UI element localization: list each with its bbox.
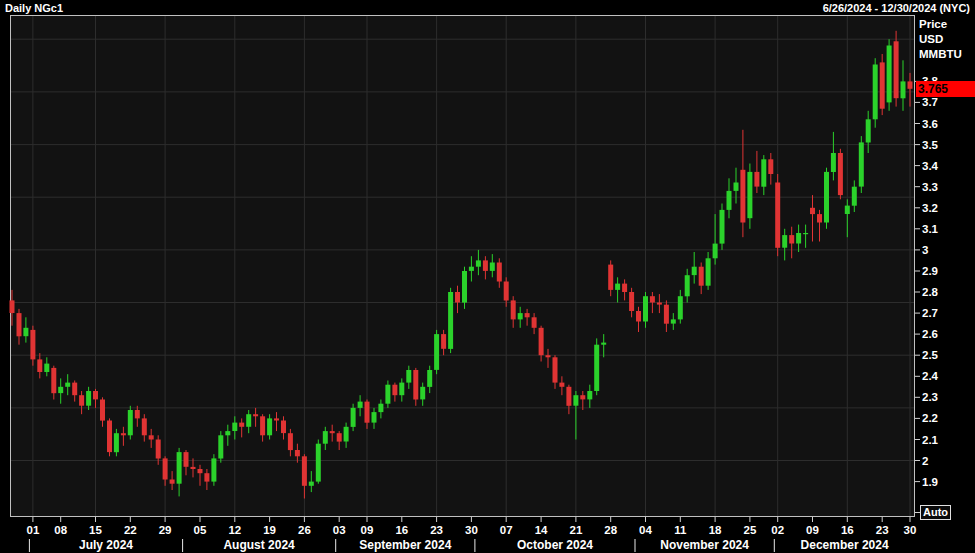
candle-body <box>37 359 42 372</box>
month-label: November 2024 <box>660 538 749 552</box>
day-tick-label: 21 <box>570 524 583 536</box>
candle-body <box>399 383 404 396</box>
day-tick-label: 03 <box>333 524 346 536</box>
candle-body <box>573 395 578 406</box>
candle-body <box>163 458 168 479</box>
candle-body <box>211 458 216 481</box>
candle-body <box>699 267 704 286</box>
candle-body <box>629 292 634 311</box>
candle-body <box>880 62 885 108</box>
last-price-badge: 3.765 <box>916 81 975 97</box>
candle-body <box>789 235 794 243</box>
unit-line-price: Price <box>919 17 962 32</box>
candle-body <box>587 391 592 399</box>
price-tick-label: 3.5 <box>922 139 939 151</box>
price-tick-label: 3.3 <box>922 181 938 193</box>
candle-body <box>845 206 850 214</box>
candle-body <box>782 235 787 248</box>
candle-body <box>288 433 293 450</box>
candle-body <box>720 210 725 244</box>
candle-body <box>740 170 745 223</box>
candle-body <box>198 469 203 473</box>
candle-body <box>476 260 481 266</box>
day-tick-label: 16 <box>395 524 408 536</box>
candle-body <box>302 456 307 486</box>
month-label: December 2024 <box>801 538 889 552</box>
candle-body <box>156 440 161 459</box>
candle-body <box>128 410 133 435</box>
candle-body <box>434 334 439 370</box>
price-tick-label: 2.3 <box>922 391 938 403</box>
month-label: October 2024 <box>517 538 593 552</box>
candle-body <box>546 355 551 357</box>
price-tick-label: 2.6 <box>922 328 938 340</box>
candle-body <box>768 159 773 174</box>
candle-body <box>17 313 22 336</box>
day-tick-label: 28 <box>604 524 617 536</box>
candle-body <box>636 311 641 322</box>
candle-body <box>281 421 286 434</box>
day-tick-label: 09 <box>361 524 374 536</box>
month-label: August 2024 <box>223 538 295 552</box>
day-tick-label: 26 <box>298 524 311 536</box>
candle-body <box>580 395 585 399</box>
price-tick-label: 3.6 <box>922 118 938 130</box>
price-tick-label: 2.4 <box>922 370 939 382</box>
candle-body <box>51 368 56 393</box>
candle-body <box>260 416 265 435</box>
day-tick-label: 04 <box>639 524 652 536</box>
candle-body <box>866 119 871 142</box>
candle-body <box>622 284 627 292</box>
candle-body <box>239 423 244 427</box>
candle-body <box>497 263 502 282</box>
auto-scale-button[interactable]: Auto <box>920 505 951 520</box>
candle-body <box>218 435 223 458</box>
candle-body <box>420 387 425 400</box>
candle-body <box>754 172 759 187</box>
candlestick-chart[interactable]: 3.83.73.63.53.43.33.23.132.92.82.72.62.5… <box>0 0 975 553</box>
day-tick-label: 05 <box>194 524 207 536</box>
candle-body <box>664 305 669 324</box>
price-tick-label: 3.1 <box>922 223 939 235</box>
candle-body <box>608 265 613 290</box>
day-tick-label: 23 <box>876 524 889 536</box>
candle-body <box>887 46 892 103</box>
price-tick-label: 2.2 <box>922 412 938 424</box>
day-tick-label: 08 <box>54 524 67 536</box>
candle-body <box>114 433 119 452</box>
candle-body <box>365 402 370 423</box>
candle-body <box>44 364 49 372</box>
candle-body <box>852 187 857 206</box>
day-tick-label: 18 <box>709 524 722 536</box>
candle-body <box>559 383 564 387</box>
candle-body <box>392 385 397 396</box>
candle-body <box>204 473 209 481</box>
candle-body <box>406 370 411 383</box>
candle-body <box>490 263 495 271</box>
candle-body <box>615 284 620 290</box>
candle-body <box>455 292 460 303</box>
price-tick-label: 3.7 <box>922 96 938 108</box>
candle-body <box>643 296 648 321</box>
day-tick-label: 30 <box>904 524 917 536</box>
candle-body <box>796 233 801 244</box>
candle-body <box>79 395 84 406</box>
candle-body <box>100 400 105 421</box>
price-tick-label: 2.5 <box>922 349 939 361</box>
candle-body <box>747 172 752 218</box>
candle-body <box>650 296 655 302</box>
day-tick-label: 25 <box>744 524 757 536</box>
candle-body <box>803 233 808 234</box>
candle-body <box>532 317 537 328</box>
candle-body <box>831 153 836 172</box>
candle-body <box>323 431 328 444</box>
day-tick-label: 15 <box>89 524 102 536</box>
candle-body <box>309 482 314 486</box>
candle-body <box>378 404 383 412</box>
candle-body <box>65 383 70 387</box>
candle-body <box>518 313 523 319</box>
candle-body <box>253 414 258 416</box>
day-tick-label: 19 <box>263 524 276 536</box>
candle-body <box>337 433 342 441</box>
candle-body <box>344 427 349 442</box>
